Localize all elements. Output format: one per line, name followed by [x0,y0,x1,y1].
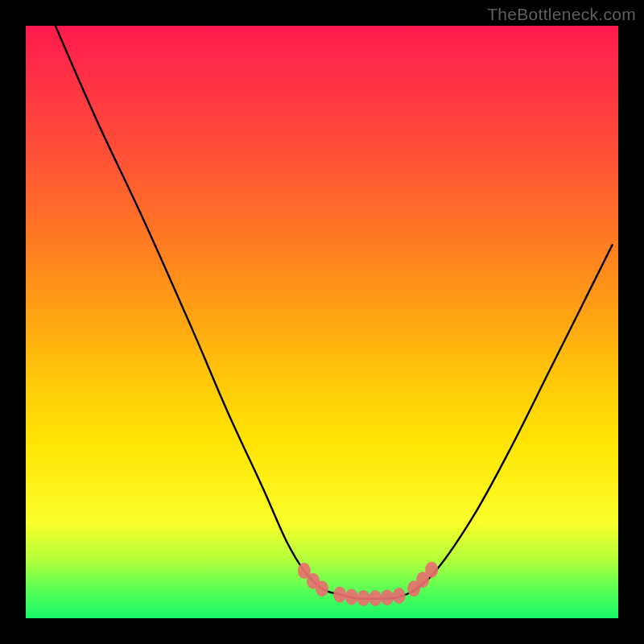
valley-marker [333,587,346,603]
valley-marker [345,589,358,605]
watermark-text: TheBottleneck.com [487,5,636,24]
chart-frame: TheBottleneck.com [0,0,644,644]
valley-marker [393,588,406,604]
plot-area [26,26,618,618]
valley-marker [357,590,370,606]
valley-markers [298,562,438,606]
valley-marker [316,580,328,597]
bottleneck-curve [56,26,613,599]
curve-layer [26,26,618,618]
curve-path [56,26,613,599]
valley-marker [369,590,382,606]
valley-marker [425,562,438,578]
valley-marker [381,589,394,605]
